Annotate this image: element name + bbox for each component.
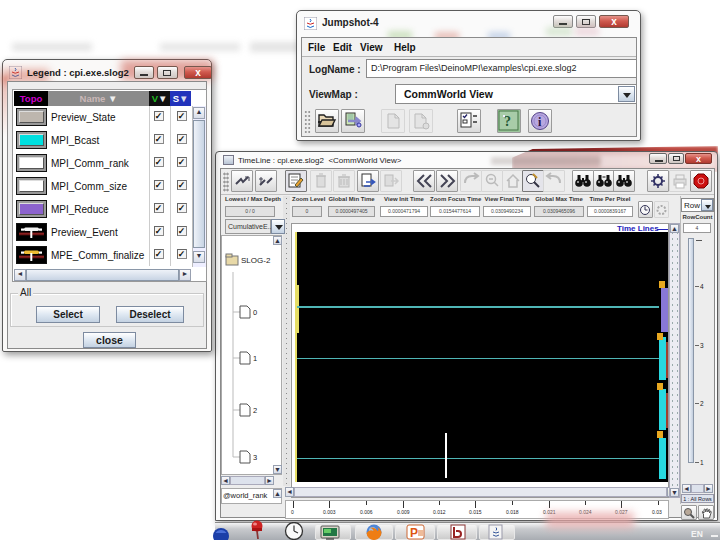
svg-text:P: P bbox=[410, 526, 418, 540]
svg-text:?: ? bbox=[504, 114, 511, 129]
